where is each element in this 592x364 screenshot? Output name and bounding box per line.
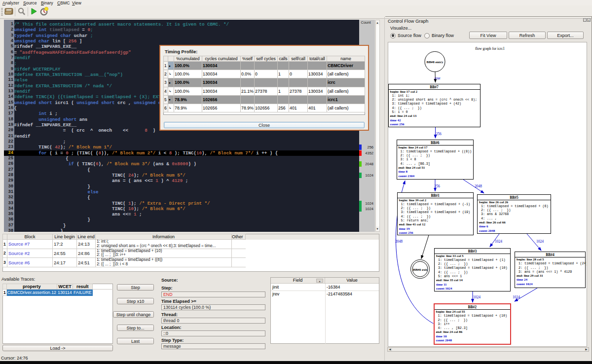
svg-text:256: 256 (436, 132, 442, 136)
svg-text:BB#8 entry: BB#8 entry (426, 60, 444, 64)
svg-text:true: true (435, 76, 441, 80)
svg-text:1024: 1024 (473, 295, 481, 299)
svg-text:2048: 2048 (475, 184, 482, 188)
svg-text:BB#0 exit: BB#0 exit (413, 268, 428, 272)
svg-text:1024: 1024 (495, 239, 502, 244)
svg-text:256: 256 (435, 184, 441, 188)
svg-text:2048: 2048 (395, 239, 403, 244)
svg-text:1024: 1024 (513, 295, 520, 299)
svg-text:flow graph for icrc1: flow graph for icrc1 (475, 46, 505, 51)
svg-text:1024: 1024 (536, 239, 544, 244)
